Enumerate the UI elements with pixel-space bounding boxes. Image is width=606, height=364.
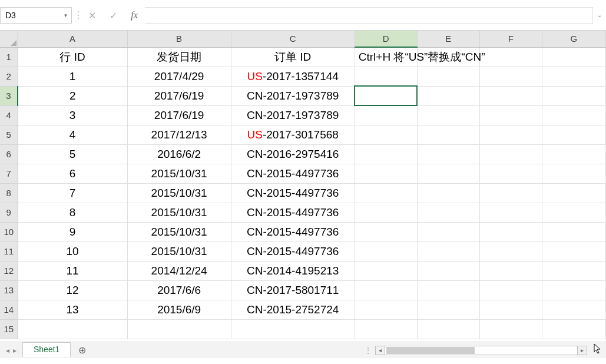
horizontal-scrollbar[interactable]: ◂ ▸ [375, 346, 587, 355]
cell-A10[interactable]: 9 [18, 222, 127, 241]
cell-C3[interactable]: CN-2017-1973789 [231, 86, 355, 105]
cell-D1[interactable]: Ctrl+H 将“US”替换成“CN” [355, 47, 417, 67]
cell-B10[interactable]: 2015/10/31 [127, 222, 231, 241]
row-header-2[interactable]: 2 [0, 67, 18, 86]
cell-D5[interactable] [355, 125, 417, 144]
cell-F14[interactable] [479, 300, 542, 319]
cell-B2[interactable]: 2017/4/29 [127, 67, 231, 86]
cell-E10[interactable] [417, 222, 479, 241]
sheet-nav-next-icon[interactable]: ▸ [13, 346, 16, 355]
cell-A15[interactable] [18, 319, 127, 339]
cell-D8[interactable] [355, 183, 417, 203]
column-header-A[interactable]: A [18, 31, 127, 47]
cell-D13[interactable] [355, 280, 417, 300]
cell-C6[interactable]: CN-2016-2975416 [231, 144, 355, 164]
cell-A11[interactable]: 10 [18, 241, 127, 261]
cell-D15[interactable] [355, 319, 417, 339]
cell-F3[interactable] [479, 86, 542, 105]
cell-B15[interactable] [127, 319, 231, 339]
cell-A9[interactable]: 8 [18, 203, 127, 222]
fx-button[interactable]: fx [124, 7, 145, 24]
cell-C4[interactable]: CN-2017-1973789 [231, 105, 355, 125]
cell-B13[interactable]: 2017/6/6 [127, 280, 231, 300]
cell-A13[interactable]: 12 [18, 280, 127, 300]
cell-B8[interactable]: 2015/10/31 [127, 183, 231, 203]
cell-B4[interactable]: 2017/6/19 [127, 105, 231, 125]
scroll-left-icon[interactable]: ◂ [376, 346, 385, 355]
scroll-thumb[interactable] [386, 347, 475, 354]
cell-E13[interactable] [417, 280, 479, 300]
cell-B12[interactable]: 2014/12/24 [127, 261, 231, 280]
cell-G1[interactable] [542, 47, 605, 67]
formula-input[interactable] [145, 7, 593, 24]
cell-F11[interactable] [479, 241, 542, 261]
cell-C1[interactable]: 订单 ID [231, 47, 355, 67]
cell-C8[interactable]: CN-2015-4497736 [231, 183, 355, 203]
spreadsheet-grid[interactable]: ABCDEFG1行 ID发货日期订单 IDCtrl+H 将“US”替换成“CN”… [0, 31, 606, 342]
sheet-tab-active[interactable]: Sheet1 [22, 342, 71, 357]
row-header-9[interactable]: 9 [0, 203, 18, 222]
row-header-12[interactable]: 12 [0, 261, 18, 280]
cell-C9[interactable]: CN-2015-4497736 [231, 203, 355, 222]
cell-G2[interactable] [542, 67, 605, 86]
column-header-E[interactable]: E [417, 31, 479, 47]
cell-A1[interactable]: 行 ID [18, 47, 127, 67]
cell-E15[interactable] [417, 319, 479, 339]
cell-D3[interactable] [355, 86, 417, 105]
cell-F8[interactable] [479, 183, 542, 203]
cell-C7[interactable]: CN-2015-4497736 [231, 164, 355, 183]
cell-E8[interactable] [417, 183, 479, 203]
cell-A6[interactable]: 5 [18, 144, 127, 164]
cell-D7[interactable] [355, 164, 417, 183]
cell-F12[interactable] [479, 261, 542, 280]
confirm-formula-button[interactable]: ✓ [102, 7, 124, 24]
row-header-3[interactable]: 3 [0, 86, 18, 105]
cell-G15[interactable] [542, 319, 605, 339]
cell-D4[interactable] [355, 105, 417, 125]
cell-G13[interactable] [542, 280, 605, 300]
cell-G10[interactable] [542, 222, 605, 241]
cell-E4[interactable] [417, 105, 479, 125]
cell-F5[interactable] [479, 125, 542, 144]
cell-G6[interactable] [542, 144, 605, 164]
cell-F1[interactable] [479, 47, 542, 67]
column-header-C[interactable]: C [231, 31, 355, 47]
cell-A2[interactable]: 1 [18, 67, 127, 86]
cell-G5[interactable] [542, 125, 605, 144]
cell-E5[interactable] [417, 125, 479, 144]
row-header-15[interactable]: 15 [0, 319, 18, 339]
cell-B11[interactable]: 2015/10/31 [127, 241, 231, 261]
cell-A12[interactable]: 11 [18, 261, 127, 280]
row-header-6[interactable]: 6 [0, 144, 18, 164]
row-header-13[interactable]: 13 [0, 280, 18, 300]
formula-expand-icon[interactable]: ⌄ [593, 7, 606, 23]
cell-B5[interactable]: 2017/12/13 [127, 125, 231, 144]
cell-B1[interactable]: 发货日期 [127, 47, 231, 67]
row-header-10[interactable]: 10 [0, 222, 18, 241]
name-box[interactable] [1, 8, 59, 23]
cell-C12[interactable]: CN-2014-4195213 [231, 261, 355, 280]
cell-F4[interactable] [479, 105, 542, 125]
cell-G4[interactable] [542, 105, 605, 125]
cell-E12[interactable] [417, 261, 479, 280]
column-header-D[interactable]: D [355, 31, 417, 47]
column-header-F[interactable]: F [479, 31, 542, 47]
cell-A3[interactable]: 2 [18, 86, 127, 105]
cell-G3[interactable] [542, 86, 605, 105]
cell-C11[interactable]: CN-2015-4497736 [231, 241, 355, 261]
cell-C15[interactable] [231, 319, 355, 339]
cell-E3[interactable] [417, 86, 479, 105]
cancel-formula-button[interactable]: ✕ [81, 7, 102, 24]
cell-A14[interactable]: 13 [18, 300, 127, 319]
cell-E11[interactable] [417, 241, 479, 261]
cell-E7[interactable] [417, 164, 479, 183]
cell-E6[interactable] [417, 144, 479, 164]
cell-E14[interactable] [417, 300, 479, 319]
cell-D10[interactable] [355, 222, 417, 241]
select-all-corner[interactable] [0, 31, 18, 47]
scroll-right-icon[interactable]: ▸ [577, 346, 587, 355]
cell-G11[interactable] [542, 241, 605, 261]
row-header-14[interactable]: 14 [0, 300, 18, 319]
cell-G14[interactable] [542, 300, 605, 319]
sheet-nav-prev-icon[interactable]: ◂ [6, 346, 9, 355]
